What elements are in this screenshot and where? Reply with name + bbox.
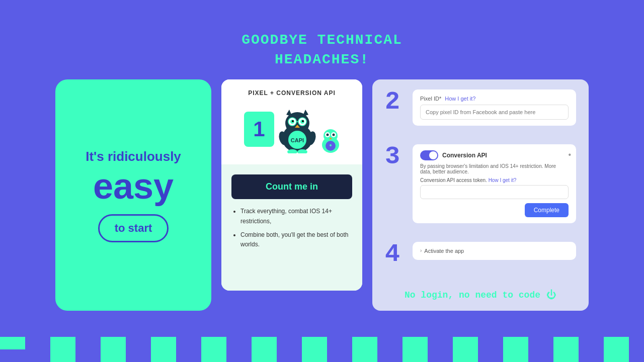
checker-cell [50,349,75,362]
checker-cell [352,349,377,362]
checker-cell [201,349,226,362]
svg-point-30 [330,144,332,146]
checker-cell [553,337,579,349]
checker-cell [579,349,604,362]
middle-card-bottom: Count me in Track everything, combat IOS… [221,164,362,291]
checker-cell [604,349,629,362]
checker-cell [226,337,252,349]
checker-cell [252,337,277,349]
checker-cell [302,349,327,362]
checker-cell [25,337,50,349]
owl-illustration: CAPI [279,104,340,154]
power-icon: ⏻ [546,289,556,301]
checker-cell [503,349,528,362]
dots-menu-icon[interactable]: • [568,150,571,159]
middle-card-top: PIXEL + CONVERSION API 1 [221,79,362,164]
bottom-tagline: No login, no need to code ⏻ [385,289,576,301]
conversion-api-toggle[interactable] [420,150,438,160]
checker-cell [151,349,176,362]
left-card: It's ridiculously easy to start [55,79,211,311]
token-help-link[interactable]: How I get it? [489,177,517,183]
step-3-row: 3 • Conversion API By passing browser's … [385,144,576,223]
checkerboard-border [0,337,644,362]
svg-text:CAPI: CAPI [290,137,303,143]
checker-cell [428,337,453,349]
toggle-knob [429,151,437,159]
capi-description: By passing browser's limitation and IOS … [420,163,569,174]
step-3-content: • Conversion API By passing browser's li… [413,144,576,223]
checker-cell [252,349,277,362]
left-card-easy: easy [93,168,174,204]
step-3-number: 3 [385,144,405,169]
checker-cell [579,337,604,349]
checker-cell [226,349,252,362]
step-2-content: Pixel ID* How I get it? [413,89,576,126]
checker-cell [528,337,553,349]
checker-cell [50,337,75,349]
right-card: 2 Pixel ID* How I get it? 3 • Conversion… [372,79,589,311]
token-label: Conversion API access token. How I get i… [420,177,569,183]
step-2-row: 2 Pixel ID* How I get it? [385,89,576,126]
checker-cell [377,337,403,349]
checker-cell [75,349,101,362]
checker-cell [176,337,201,349]
pixel-id-input[interactable] [420,105,569,120]
step-one-number: 1 [244,112,274,147]
checker-cell [528,349,553,362]
step-4-row: 4 › Activate the app [385,242,576,267]
feature-list: Track everything, combat IOS 14+ restric… [231,207,352,249]
left-card-tagline: It's ridiculously [86,148,181,165]
checker-cell [453,337,478,349]
checker-cell [75,337,101,349]
checker-cell [428,349,453,362]
step-4-number: 4 [385,242,405,267]
main-content: It's ridiculously easy to start PIXEL + … [0,79,644,311]
checker-cell [503,337,528,349]
checker-cell [126,349,151,362]
to-start-button[interactable]: to start [98,214,169,242]
pixel-id-help-link[interactable]: How I get it? [445,96,475,102]
checker-cell [126,337,151,349]
middle-card: PIXEL + CONVERSION API 1 [221,79,362,291]
mascot-area: 1 CAPI [231,104,352,154]
svg-point-8 [292,120,294,122]
checker-cell [101,349,126,362]
checker-cell [327,349,352,362]
svg-marker-14 [286,110,292,117]
checker-cell [201,337,226,349]
checker-cell [553,349,579,362]
toggle-row: Conversion API [420,150,569,160]
token-input[interactable] [420,185,569,199]
step-4-content: › Activate the app [413,242,576,260]
checker-cell [327,337,352,349]
checker-cell [377,349,403,362]
small-owl-svg [319,126,342,153]
checker-cell [352,337,377,349]
checker-cell [453,349,478,362]
feature-item-1: Track everything, combat IOS 14+ restric… [240,207,352,226]
svg-point-26 [332,133,335,136]
header: Goodbye technical headaches! [0,0,644,69]
checker-cell [478,337,503,349]
checker-cell [151,337,176,349]
activate-label: › Activate the app [420,248,569,254]
header-title: Goodbye technical headaches! [0,30,644,69]
checker-cell [176,349,201,362]
checker-cell [25,349,50,362]
complete-button[interactable]: Complete [525,203,569,217]
checker-cell [403,349,428,362]
chevron-icon: › [420,248,422,253]
big-owl-svg: CAPI [277,106,317,153]
svg-point-9 [302,120,304,122]
count-me-in-button[interactable]: Count me in [231,174,352,199]
checker-cell [302,337,327,349]
checker-cell [101,337,126,349]
tagline-text: No login, no need to code [405,290,540,300]
svg-marker-15 [302,110,308,117]
checker-cell [478,349,503,362]
step-2-number: 2 [385,89,405,115]
checker-cell [277,349,302,362]
conversion-api-label: Conversion API [442,152,487,159]
middle-card-title: PIXEL + CONVERSION API [231,89,352,97]
checker-cell [403,337,428,349]
